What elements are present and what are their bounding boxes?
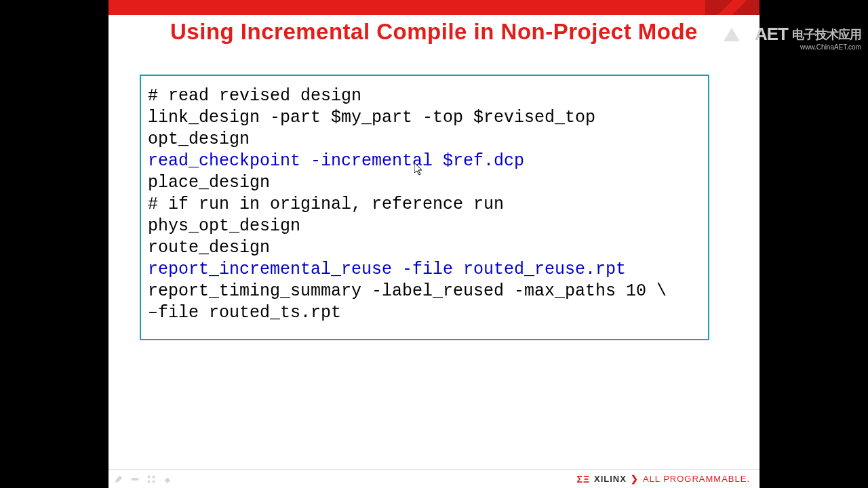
chevron-right-icon: ❯	[631, 474, 639, 484]
footer: ΣΞ XILINX ❯ ALL PROGRAMMABLE.	[108, 469, 760, 488]
code-line: report_timing_summary -label_reused -max…	[148, 281, 701, 302]
footer-brand-name: XILINX	[594, 474, 627, 484]
code-line: # read revised design	[148, 85, 701, 107]
code-line: opt_design	[148, 129, 701, 150]
code-line: route_design	[148, 237, 701, 259]
watermark: AET 电子技术应用 www.ChinaAET.com	[705, 24, 861, 51]
code-line-highlight: report_incremental_reuse -file routed_re…	[148, 259, 701, 281]
slide-title: Using Incremental Compile in Non-Project…	[122, 19, 746, 45]
footer-brand: ΣΞ XILINX ❯ ALL PROGRAMMABLE.	[577, 474, 750, 485]
code-block: # read revised design link_design -part …	[140, 75, 709, 340]
xilinx-mark-icon: ΣΞ	[577, 474, 590, 485]
code-line: place_design	[148, 172, 701, 194]
code-line: –file routed_ts.rpt	[148, 302, 701, 324]
aet-triangle-icon	[724, 26, 751, 43]
code-line-highlight: read_checkpoint -incremental $ref.dcp	[148, 150, 701, 172]
code-line: # if run in original, reference run	[148, 194, 701, 216]
watermark-logo-text: AET	[755, 24, 788, 45]
code-line: phys_opt_design	[148, 216, 701, 237]
footer-tagline: ALL PROGRAMMABLE.	[643, 474, 750, 484]
top-bar	[108, 0, 760, 15]
watermark-logo: AET 电子技术应用	[705, 24, 861, 45]
top-bar-decoration	[705, 0, 760, 15]
watermark-zh: 电子技术应用	[792, 26, 861, 43]
code-line: link_design -part $my_part -top $revised…	[148, 107, 701, 129]
slide: Using Incremental Compile in Non-Project…	[108, 0, 760, 488]
